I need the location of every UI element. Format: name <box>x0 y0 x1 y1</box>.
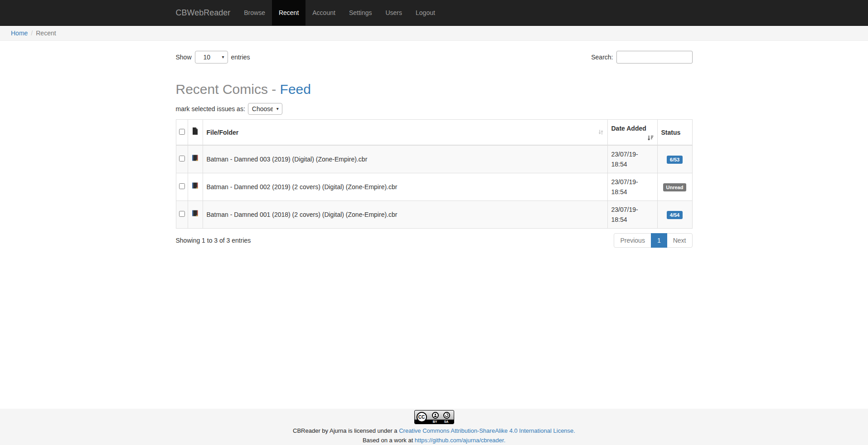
feed-link[interactable]: Feed <box>280 82 311 97</box>
row-checkbox[interactable] <box>179 156 185 161</box>
table-row[interactable]: Batman - Damned 001 (2018) (2 covers) (D… <box>176 201 692 229</box>
file-name-cell[interactable]: Batman - Damned 001 (2018) (2 covers) (D… <box>203 201 607 229</box>
license-text: CBReader by Ajurna is licensed under a <box>293 427 399 434</box>
breadcrumb-current: Recent <box>36 29 56 37</box>
date-added-header-label: Date Added <box>611 125 646 132</box>
pagination-page-1[interactable]: 1 <box>651 233 667 248</box>
nav-menu: Browse Recent Account Settings Users Log… <box>237 0 442 25</box>
nav-item-users[interactable]: Users <box>378 0 409 25</box>
nav-item-settings[interactable]: Settings <box>342 0 379 25</box>
select-all-checkbox[interactable] <box>179 129 185 135</box>
file-name-cell[interactable]: Batman - Damned 002 (2019) (2 covers) (D… <box>203 173 607 201</box>
nav-link-recent[interactable]: Recent <box>272 0 305 26</box>
footer: BY SA CC CBReader by Ajurna is licensed … <box>0 409 868 445</box>
date-added-cell: 23/07/19-18:54 <box>607 201 657 229</box>
license-link[interactable]: Creative Commons Attribution-ShareAlike … <box>399 427 575 434</box>
book-icon <box>192 154 199 161</box>
show-label: Show <box>176 54 192 61</box>
date-added-cell: 23/07/19-18:54 <box>607 173 657 201</box>
table-header-row: File/Folder Date Added <box>176 120 692 146</box>
row-checkbox[interactable] <box>179 211 185 217</box>
entries-info: Showing 1 to 3 of 3 entries <box>176 237 251 244</box>
nav-item-recent[interactable]: Recent <box>272 0 305 25</box>
column-header-date-added[interactable]: Date Added <box>607 120 657 146</box>
date-added-cell: 23/07/19-18:54 <box>607 145 657 173</box>
page-title-text: Recent Comics - <box>176 82 280 97</box>
file-name-cell[interactable]: Batman - Damned 003 (2019) (Digital) (Zo… <box>203 145 607 173</box>
row-checkbox[interactable] <box>179 183 185 189</box>
next-button[interactable]: Next <box>667 233 693 248</box>
nav-link-logout[interactable]: Logout <box>409 0 442 26</box>
page-1-button[interactable]: 1 <box>651 233 667 248</box>
nav-link-settings[interactable]: Settings <box>342 0 379 26</box>
mark-selected-control: mark selected issues as: Choose... ▾ <box>176 103 693 115</box>
comics-table: File/Folder Date Added <box>176 119 693 229</box>
github-link[interactable]: https://github.com/ajurna/cbreader. <box>415 437 505 444</box>
breadcrumb-home-link[interactable]: Home <box>11 29 28 37</box>
license-line: CBReader by Ajurna is licensed under a C… <box>0 426 868 435</box>
breadcrumb: Home/Recent <box>0 26 868 41</box>
select-all-header <box>176 120 188 146</box>
search-label: Search: <box>591 54 613 61</box>
nav-link-browse[interactable]: Browse <box>237 0 272 26</box>
column-header-status: Status <box>657 120 692 146</box>
book-icon <box>192 210 199 217</box>
table-row[interactable]: Batman - Damned 002 (2019) (2 covers) (D… <box>176 173 692 201</box>
mark-as-select[interactable]: Choose... <box>248 103 282 115</box>
cc-attribution-icon <box>432 412 439 419</box>
pagination: Previous 1 Next <box>614 233 692 248</box>
status-badge: Unread <box>663 183 687 191</box>
navbar: CBWebReader Browse Recent Account Settin… <box>0 0 868 26</box>
sort-amount-desc-icon <box>647 135 654 141</box>
table-controls: Show 10 ▾ entries Search: <box>176 51 693 64</box>
cc-sharealike-icon <box>443 412 450 419</box>
pagination-previous[interactable]: Previous <box>614 233 651 248</box>
previous-button[interactable]: Previous <box>614 233 651 248</box>
nav-item-browse[interactable]: Browse <box>237 0 272 25</box>
entries-label: entries <box>231 54 250 61</box>
nav-link-users[interactable]: Users <box>378 0 409 26</box>
nav-item-account[interactable]: Account <box>305 0 342 25</box>
status-header-label: Status <box>661 129 681 136</box>
breadcrumb-separator: / <box>28 29 36 37</box>
file-icon-header <box>188 120 203 146</box>
search-input[interactable] <box>616 51 693 64</box>
page-length-control: Show 10 ▾ entries <box>176 51 250 64</box>
search-control: Search: <box>591 51 692 64</box>
cc-sa-label: SA <box>443 420 450 424</box>
work-line: Based on a work at https://github.com/aj… <box>0 435 868 445</box>
status-badge: 4/54 <box>667 211 683 219</box>
cc-logo-icon: CC <box>417 412 427 422</box>
page-size-select[interactable]: 10 <box>195 51 228 64</box>
file-folder-header-label: File/Folder <box>207 129 239 136</box>
nav-item-logout[interactable]: Logout <box>409 0 442 25</box>
book-icon <box>192 182 199 189</box>
status-badge: 6/53 <box>667 156 683 164</box>
cc-license-badge[interactable]: BY SA CC <box>414 410 454 424</box>
mark-selected-label: mark selected issues as: <box>176 105 245 112</box>
table-footer: Showing 1 to 3 of 3 entries Previous 1 N… <box>176 233 693 248</box>
cc-by-label: BY <box>432 420 439 424</box>
table-row[interactable]: Batman - Damned 003 (2019) (Digital) (Zo… <box>176 145 692 173</box>
column-header-file-folder[interactable]: File/Folder <box>203 120 607 146</box>
nav-link-account[interactable]: Account <box>305 0 342 26</box>
page-title: Recent Comics - Feed <box>176 82 693 97</box>
main-content: Show 10 ▾ entries Search: Recent Comics … <box>0 41 868 409</box>
pagination-next[interactable]: Next <box>667 233 693 248</box>
file-icon <box>192 127 198 135</box>
sort-icon <box>598 129 604 135</box>
brand-link[interactable]: CBWebReader <box>176 0 238 25</box>
work-text: Based on a work at <box>363 437 415 444</box>
